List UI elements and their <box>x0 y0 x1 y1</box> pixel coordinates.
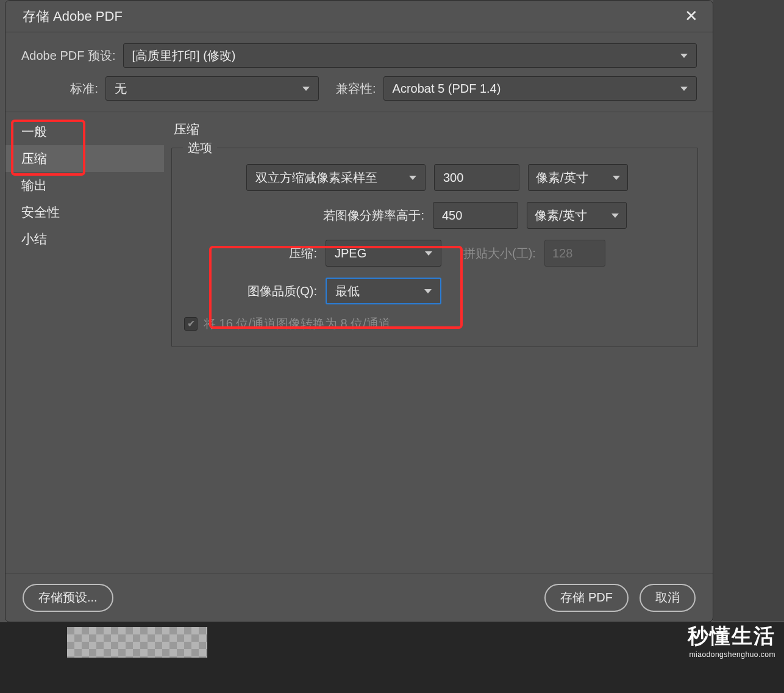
chevron-down-icon <box>425 251 432 256</box>
standard-compat-row: 标准: 无 兼容性: Acrobat 5 (PDF 1.4) <box>5 71 713 112</box>
chevron-down-icon <box>613 176 620 180</box>
compat-value: Acrobat 5 (PDF 1.4) <box>393 82 501 96</box>
main-area: 一般 压缩 输出 安全性 小结 压缩 选项 双立方缩减像素采样至 300 <box>5 112 713 573</box>
threshold-unit-select[interactable]: 像素/英寸 <box>527 202 627 229</box>
section-title: 压缩 <box>171 118 698 148</box>
sidebar: 一般 压缩 输出 安全性 小结 <box>5 112 164 573</box>
tile-size-input: 128 <box>544 240 605 267</box>
sidebar-item-summary[interactable]: 小结 <box>5 226 164 253</box>
sidebar-item-general[interactable]: 一般 <box>5 118 164 145</box>
quality-row: 图像品质(Q): 最低 <box>184 278 685 304</box>
standard-label: 标准: <box>21 81 98 97</box>
titlebar: 存储 Adobe PDF ✕ <box>5 1 713 32</box>
downsample-value-input[interactable]: 300 <box>434 164 519 191</box>
downsample-method-value: 双立方缩减像素采样至 <box>255 170 377 186</box>
tile-label: 拼贴大小(工): <box>463 245 536 262</box>
quality-label: 图像品质(Q): <box>184 283 317 300</box>
standard-select[interactable]: 无 <box>105 76 319 101</box>
convert-16to8-label: 将 16 位/通道图像转换为 8 位/通道 <box>204 315 391 332</box>
sidebar-item-security[interactable]: 安全性 <box>5 199 164 226</box>
chevron-down-icon <box>409 176 416 180</box>
close-icon[interactable]: ✕ <box>681 7 702 26</box>
preset-row: Adobe PDF 预设: [高质里打印] (修改) <box>5 32 713 71</box>
downsample-row: 双立方缩减像素采样至 300 像素/英寸 <box>184 164 685 191</box>
convert-16to8-checkbox: ✔ <box>184 317 198 331</box>
compression-label: 压缩: <box>184 245 317 262</box>
downsample-method-select[interactable]: 双立方缩减像素采样至 <box>246 164 426 191</box>
sidebar-item-compression[interactable]: 压缩 <box>5 145 164 172</box>
chevron-down-icon <box>424 289 432 293</box>
chevron-down-icon <box>611 214 619 218</box>
threshold-value-input[interactable]: 450 <box>433 202 518 229</box>
options-groupbox: 选项 双立方缩减像素采样至 300 像素/英寸 <box>171 148 698 347</box>
save-adobe-pdf-dialog: 存储 Adobe PDF ✕ Adobe PDF 预设: [高质里打印] (修改… <box>5 0 713 622</box>
standard-value: 无 <box>115 81 127 97</box>
threshold-label: 若图像分辨率高于: <box>184 207 424 224</box>
compat-select[interactable]: Acrobat 5 (PDF 1.4) <box>383 76 697 101</box>
chevron-down-icon <box>680 54 688 58</box>
cancel-button[interactable]: 取消 <box>640 584 696 612</box>
quality-select[interactable]: 最低 <box>326 278 441 304</box>
content-panel: 压缩 选项 双立方缩减像素采样至 300 像素/英寸 <box>164 112 713 573</box>
watermark: 秒懂生活 miaodongshenghuo.com <box>688 622 775 659</box>
threshold-row: 若图像分辨率高于: 450 像素/英寸 <box>184 202 685 229</box>
preset-select[interactable]: [高质里打印] (修改) <box>123 43 697 68</box>
compress-row: 压缩: JPEG 拼贴大小(工): 128 <box>184 240 685 267</box>
save-preset-button[interactable]: 存储预设... <box>23 584 113 612</box>
convert-16to8-row: ✔ 将 16 位/通道图像转换为 8 位/通道 <box>184 315 685 332</box>
downsample-unit-select[interactable]: 像素/英寸 <box>528 164 628 191</box>
chevron-down-icon <box>302 87 310 91</box>
window-title: 存储 Adobe PDF <box>23 7 123 26</box>
transparency-checkerboard <box>67 627 207 658</box>
sidebar-item-output[interactable]: 输出 <box>5 172 164 199</box>
preset-label: Adobe PDF 预设: <box>21 48 116 64</box>
groupbox-legend: 选项 <box>183 140 217 156</box>
dialog-footer: 存储预设... 存储 PDF 取消 <box>5 573 713 622</box>
parent-window-strip <box>713 0 784 621</box>
compression-select[interactable]: JPEG <box>326 240 441 267</box>
chevron-down-icon <box>680 87 688 91</box>
save-pdf-button[interactable]: 存储 PDF <box>544 584 629 612</box>
compat-label: 兼容性: <box>336 81 376 97</box>
preset-value: [高质里打印] (修改) <box>132 48 236 64</box>
